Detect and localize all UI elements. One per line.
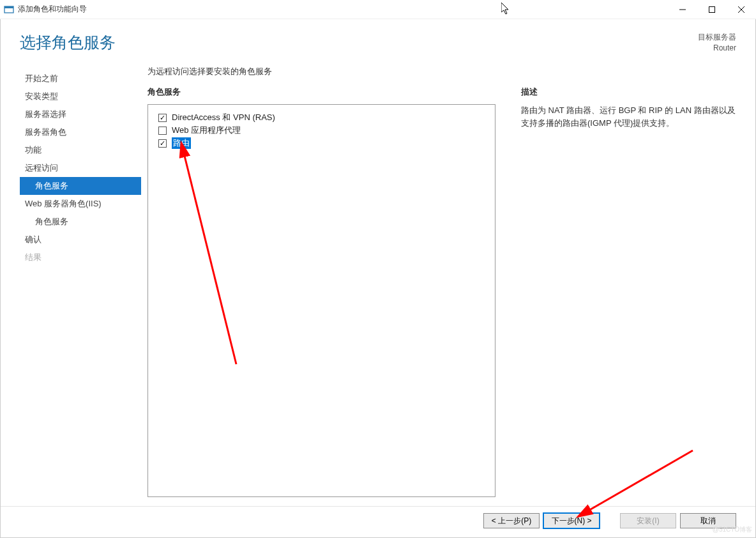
- roles-listbox[interactable]: DirectAccess 和 VPN (RAS) Web 应用程序代理 路由: [147, 104, 495, 497]
- sidebar-item-installation-type[interactable]: 安装类型: [20, 88, 141, 105]
- role-item-directaccess-vpn[interactable]: DirectAccess 和 VPN (RAS): [158, 111, 485, 124]
- sidebar-item-role-services[interactable]: 角色服务: [20, 177, 141, 195]
- role-item-routing[interactable]: 路由: [158, 137, 485, 150]
- header: 选择角色服务 目标服务器 Router: [1, 19, 755, 59]
- body: 开始之前 安装类型 服务器选择 服务器角色 功能 远程访问 角色服务 Web 服…: [1, 59, 755, 506]
- columns: 角色服务 DirectAccess 和 VPN (RAS) Web 应用程序代理: [147, 86, 736, 497]
- role-label: Web 应用程序代理: [172, 125, 241, 136]
- sidebar-item-before-you-begin[interactable]: 开始之前: [20, 70, 141, 88]
- window-title: 添加角色和功能向导: [18, 4, 668, 15]
- checkbox-icon[interactable]: [158, 127, 167, 135]
- target-info: 目标服务器 Router: [698, 32, 736, 54]
- window-controls: [668, 0, 756, 19]
- target-name: Router: [698, 43, 736, 54]
- svg-rect-1: [4, 6, 13, 8]
- role-label: 路由: [172, 137, 191, 149]
- spacer: [603, 513, 616, 528]
- sidebar-item-features[interactable]: 功能: [20, 141, 141, 159]
- sidebar-item-results: 结果: [20, 249, 141, 266]
- description-column: 描述 路由为 NAT 路由器、运行 BGP 和 RIP 的 LAN 路由器以及支…: [521, 86, 736, 497]
- roles-column: 角色服务 DirectAccess 和 VPN (RAS) Web 应用程序代理: [147, 86, 495, 497]
- sidebar-item-iis-role-services[interactable]: 角色服务: [20, 213, 141, 231]
- description-title: 描述: [521, 86, 736, 98]
- sidebar-item-web-server-iis[interactable]: Web 服务器角色(IIS): [20, 195, 141, 213]
- svg-rect-3: [709, 6, 715, 12]
- sidebar-item-server-roles[interactable]: 服务器角色: [20, 123, 141, 141]
- checkbox-icon[interactable]: [158, 139, 167, 148]
- role-item-web-app-proxy[interactable]: Web 应用程序代理: [158, 124, 485, 137]
- sidebar: 开始之前 安装类型 服务器选择 服务器角色 功能 远程访问 角色服务 Web 服…: [20, 66, 141, 497]
- main: 为远程访问选择要安装的角色服务 角色服务 DirectAccess 和 VPN …: [141, 66, 736, 497]
- sidebar-item-server-selection[interactable]: 服务器选择: [20, 105, 141, 123]
- close-button[interactable]: [727, 0, 756, 19]
- content: 选择角色服务 目标服务器 Router 开始之前 安装类型 服务器选择 服务器角…: [0, 19, 756, 538]
- target-label: 目标服务器: [698, 32, 736, 43]
- page-title: 选择角色服务: [20, 32, 736, 53]
- maximize-button[interactable]: [697, 0, 727, 19]
- roles-title: 角色服务: [147, 86, 495, 98]
- watermark: @51CTO博客: [713, 525, 752, 534]
- sidebar-item-confirmation[interactable]: 确认: [20, 231, 141, 249]
- titlebar: 添加角色和功能向导: [0, 0, 756, 19]
- instruction: 为远程访问选择要安装的角色服务: [147, 66, 736, 77]
- minimize-button[interactable]: [668, 0, 697, 19]
- next-button[interactable]: 下一步(N) >: [543, 513, 600, 528]
- checkbox-icon[interactable]: [158, 114, 167, 122]
- sidebar-item-remote-access[interactable]: 远程访问: [20, 159, 141, 177]
- footer: < 上一步(P) 下一步(N) > 安装(I) 取消: [1, 506, 755, 537]
- app-icon: [4, 4, 14, 15]
- description-text: 路由为 NAT 路由器、运行 BGP 和 RIP 的 LAN 路由器以及支持多播…: [521, 104, 736, 129]
- role-label: DirectAccess 和 VPN (RAS): [172, 112, 275, 123]
- previous-button[interactable]: < 上一步(P): [483, 513, 540, 528]
- install-button: 安装(I): [620, 513, 676, 528]
